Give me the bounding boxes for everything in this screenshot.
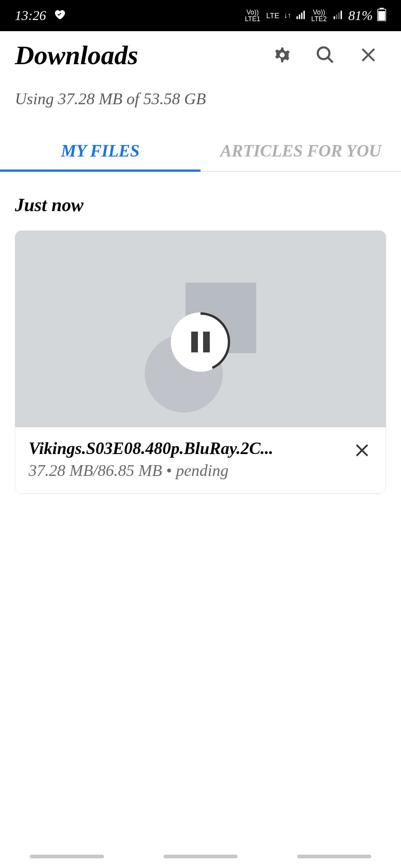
battery-percent: 81% — [348, 8, 373, 23]
tab-my-files[interactable]: MY FILES — [0, 134, 200, 171]
pause-download-button[interactable] — [171, 312, 230, 372]
tab-articles-for-you[interactable]: ARTICLES FOR YOU — [200, 134, 401, 171]
signal-bars-icon-2 — [333, 9, 344, 22]
download-item[interactable]: Vikings.S03E08.480p.BluRay.2C... 37.28 M… — [15, 230, 386, 494]
status-left: 13:26 — [15, 7, 66, 24]
close-icon — [354, 442, 370, 460]
content-area: Just now Vikings.S03E08.480p.BluRay.2C..… — [0, 172, 401, 494]
svg-rect-7 — [340, 11, 342, 19]
svg-rect-2 — [301, 13, 303, 19]
section-header: Just now — [15, 194, 386, 216]
heart-icon — [53, 7, 66, 24]
download-info-row: Vikings.S03E08.480p.BluRay.2C... 37.28 M… — [15, 427, 386, 493]
app-header: Downloads Using 37.28 MB of 53.58 GB — [0, 31, 401, 116]
cancel-download-button[interactable] — [352, 441, 372, 461]
close-button[interactable] — [358, 45, 379, 66]
status-bar: 13:26 Vo)) LTE1 LTE ↓↑ Vo)) LTE2 81% — [0, 0, 401, 31]
nav-recents[interactable] — [30, 855, 104, 858]
nav-home[interactable] — [163, 855, 238, 858]
navigation-bar — [0, 849, 401, 868]
svg-rect-0 — [297, 16, 298, 19]
status-right: Vo)) LTE1 LTE ↓↑ Vo)) LTE2 81% — [245, 8, 386, 23]
svg-rect-5 — [336, 14, 338, 19]
svg-rect-6 — [338, 13, 340, 19]
download-filename: Vikings.S03E08.480p.BluRay.2C... — [29, 438, 344, 458]
search-icon — [315, 45, 335, 66]
svg-rect-10 — [378, 11, 385, 20]
lte-label: LTE — [266, 11, 279, 20]
download-status: 37.28 MB/86.85 MB • pending — [29, 461, 344, 480]
close-icon — [359, 46, 377, 65]
search-button[interactable] — [315, 45, 336, 66]
updown-icon: ↓↑ — [284, 11, 291, 20]
nav-back[interactable] — [297, 855, 371, 858]
page-title: Downloads — [15, 40, 138, 71]
svg-point-11 — [318, 47, 330, 59]
tabs: MY FILES ARTICLES FOR YOU — [0, 134, 401, 172]
svg-rect-1 — [299, 14, 300, 19]
svg-rect-4 — [334, 16, 335, 19]
svg-rect-3 — [304, 11, 305, 19]
storage-usage: Using 37.28 MB of 53.58 GB — [15, 89, 386, 116]
signal-bars-icon-1 — [296, 9, 307, 22]
download-thumbnail — [15, 231, 386, 427]
sim2-indicator: Vo)) LTE2 — [311, 9, 327, 22]
sim1-indicator: Vo)) LTE1 — [245, 9, 260, 22]
gear-icon — [272, 45, 292, 66]
status-time: 13:26 — [15, 8, 46, 23]
battery-icon — [377, 8, 386, 23]
svg-line-12 — [328, 57, 333, 62]
settings-button[interactable] — [272, 45, 293, 66]
pause-icon — [191, 332, 210, 352]
